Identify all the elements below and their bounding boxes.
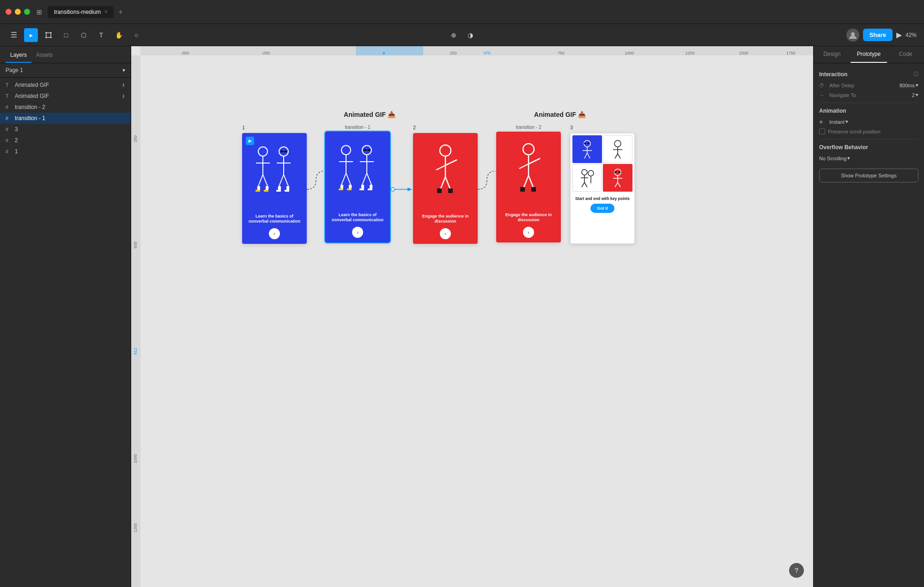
layer-label: transition - 2	[15, 104, 45, 110]
trans2-next-button[interactable]: ›	[523, 227, 534, 238]
frame1-card[interactable]: ▶	[242, 133, 307, 244]
overflow-value[interactable]: No Scrolling ▾	[819, 155, 850, 161]
interaction-title: Interaction	[819, 71, 847, 78]
pen-tool-button[interactable]: ⬡	[77, 28, 91, 42]
layer-item-2[interactable]: # 2	[0, 135, 131, 146]
connector1	[307, 134, 325, 245]
tab-design[interactable]: Design	[814, 46, 851, 63]
text-tool-button[interactable]: T	[94, 28, 108, 42]
layer-item-anim1[interactable]: T Animated GIF ⬇	[0, 79, 131, 91]
preserve-scroll-label: Preserve scroll position	[828, 129, 881, 134]
chevron-down-icon: ▾	[847, 155, 850, 161]
canvas-area[interactable]: -350 -250 0 250 375 750 1000 1250 1500 1…	[131, 46, 813, 587]
arrow-right-icon: →	[819, 92, 827, 98]
animation-type-row: ◈ Instant ▾	[819, 119, 918, 125]
frame-icon: #	[6, 115, 12, 121]
trans1-next-button[interactable]: ›	[352, 227, 363, 238]
frame2-next-button[interactable]: ›	[440, 228, 451, 239]
ruler-mark: -250	[261, 51, 270, 55]
overflow-section-header: Overflow Behavior	[819, 144, 918, 151]
components-icon[interactable]: ⊕	[447, 28, 461, 42]
layer-item-trans2[interactable]: # transition - 2	[0, 102, 131, 113]
grid-cell-1	[572, 135, 602, 163]
navigate-to-row: → Navigate To 2 ▾	[819, 92, 918, 98]
grid-cell-4	[603, 164, 632, 192]
layers-tab[interactable]: Layers	[6, 50, 31, 63]
overflow-value-row: No Scrolling ▾	[819, 155, 918, 161]
grid-cell-3	[572, 164, 602, 192]
maximize-traffic-light[interactable]	[24, 9, 30, 15]
theme-icon[interactable]: ◑	[463, 28, 477, 42]
transition2-sublabel: transition - 2	[516, 125, 541, 130]
select-tool-button[interactable]: ▸	[24, 28, 38, 42]
layer-item-3[interactable]: # 3	[0, 124, 131, 135]
connector3	[478, 134, 496, 245]
close-traffic-light[interactable]	[6, 9, 12, 15]
comment-tool-button[interactable]: ○	[129, 28, 143, 42]
info-icon[interactable]: ⓘ	[913, 71, 918, 78]
frame1-next-button[interactable]: ›	[269, 228, 280, 239]
avatar	[846, 29, 859, 42]
svg-line-96	[618, 182, 620, 187]
frame2-text: Engage the audience in discussion	[417, 214, 474, 224]
layer-item-anim2[interactable]: T Animated GIF ⬇	[0, 91, 131, 102]
assets-tab[interactable]: Assets	[31, 50, 57, 63]
help-button[interactable]: ?	[789, 563, 804, 578]
right-panel: Design Prototype Code Interaction ⓘ ⏱ Af…	[813, 46, 924, 587]
transition1-group: transition - 1	[325, 125, 390, 242]
tab-code[interactable]: Code	[887, 46, 924, 63]
connector2	[390, 134, 413, 245]
tab-bar: transitions-medium × +	[48, 6, 126, 18]
share-button[interactable]: Share	[863, 29, 893, 41]
frame2-card[interactable]: Engage the audience in discussion ›	[413, 133, 478, 244]
ruler-mark-zero: 0	[383, 51, 385, 55]
chevron-down-icon: ▾	[916, 92, 918, 98]
svg-line-86	[582, 182, 584, 187]
tab-prototype[interactable]: Prototype	[851, 46, 888, 63]
new-tab-button[interactable]: +	[116, 8, 125, 16]
frame-tool-button[interactable]	[42, 28, 55, 42]
zoom-indicator[interactable]: 42%	[906, 32, 917, 38]
tab-transitions-medium[interactable]: transitions-medium ×	[48, 6, 114, 18]
transition1-card[interactable]: Learn the basics of nonverbal communicat…	[325, 132, 390, 242]
preserve-scroll-row: Preserve scroll position	[819, 128, 918, 134]
layer-item-1[interactable]: # 1	[0, 146, 131, 157]
ruler-v-mark: 500	[133, 242, 138, 248]
frame1-text: Learn the basics of nonverbal communicat…	[246, 214, 303, 224]
transition2-card[interactable]: Engage the audience in discussion ›	[496, 132, 561, 242]
layer-item-trans1[interactable]: # transition - 1	[0, 113, 131, 124]
frame3-card[interactable]: Start and end with key points Got it	[570, 133, 635, 244]
toolbar-center: ⊕ ◑	[447, 28, 477, 42]
toolbar-right: Share ▶ 42%	[481, 29, 917, 42]
grid-cell-2	[603, 135, 632, 163]
animation-section-header: Animation	[819, 108, 918, 114]
tab-close-icon[interactable]: ×	[104, 9, 107, 14]
navigate-to-value[interactable]: 2 ▾	[912, 92, 918, 98]
trans1-text: Learn the basics of nonverbal communicat…	[329, 212, 386, 223]
right-panel-body: Interaction ⓘ ⏱ After Delay 800ms ▾ → Na…	[814, 63, 924, 587]
hand-tool-button[interactable]: ✋	[112, 28, 126, 42]
ruler-mark: 1000	[625, 51, 634, 55]
chevron-down-icon: ▾	[845, 119, 848, 125]
got-it-button[interactable]: Got it	[590, 204, 614, 213]
after-delay-row: ⏱ After Delay 800ms ▾	[819, 82, 918, 88]
minimize-traffic-light[interactable]	[15, 9, 21, 15]
show-prototype-settings-button[interactable]: Show Prototype Settings	[819, 169, 918, 182]
gif2-label: Animated GIF 📥	[534, 111, 586, 118]
ruler-v-mark-812: 812	[133, 348, 138, 355]
frame3-number: 3	[570, 125, 573, 130]
play-button[interactable]: ▶	[896, 30, 902, 39]
shape-tool-button[interactable]: □	[59, 28, 73, 42]
layer-label: 3	[15, 126, 18, 133]
frame2-content: Engage the audience in discussion ›	[413, 133, 478, 244]
after-delay-value[interactable]: 800ms ▾	[900, 82, 918, 88]
animation-type-value[interactable]: Instant ▾	[829, 119, 848, 125]
page-selector[interactable]: Page 1 ▾	[0, 63, 131, 78]
frame-icon: #	[6, 104, 12, 110]
ruler-highlight	[356, 46, 423, 55]
svg-line-77	[587, 153, 590, 158]
tab-label: transitions-medium	[54, 9, 101, 15]
preserve-scroll-checkbox[interactable]	[819, 128, 825, 134]
toolbar: ☰ ▸ □ ⬡ T ✋ ○ ⊕ ◑ Share ▶ 42%	[0, 24, 924, 46]
menu-button[interactable]: ☰	[7, 29, 20, 42]
